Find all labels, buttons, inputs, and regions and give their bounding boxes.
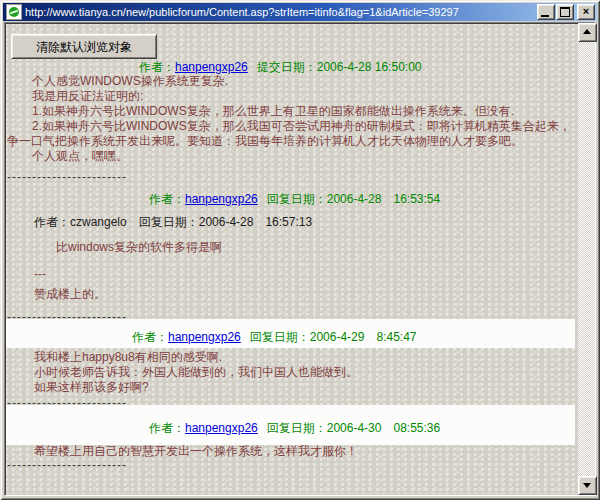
page-icon	[6, 4, 22, 20]
text-line: 1.如果神舟六号比WINDOWS复杂，那么世界上有卫星的国家都能做出操作系统来。…	[7, 104, 571, 119]
post-separator: ------------------------	[7, 396, 127, 410]
text-line: 争一口气把操作系统开发出来呢。要知道：我国每年培养的计算机人才比天体物理的人才要…	[7, 134, 571, 149]
text-line: 我和楼上happy8u8有相同的感受啊.	[34, 350, 358, 365]
post-separator: ------------------------	[7, 310, 127, 324]
window-controls: ×	[536, 4, 595, 20]
author-label: 作者：	[149, 192, 185, 206]
text-line: 2.如果神舟六号比WINDOWS复杂，那么我国可否尝试用神舟的研制模式：即将计算…	[7, 119, 571, 134]
text-line: 我是用反证法证明的:	[7, 89, 571, 104]
author-label: 作者：	[139, 60, 175, 74]
date-value: 2006-4-28 16:53:54	[327, 192, 440, 206]
date-value: 2006-4-30 08:55:36	[327, 421, 440, 435]
text-line: 希望楼上用自己的智慧开发出一个操作系统，这样我才服你！	[34, 444, 358, 459]
post1-body: 个人感觉WINDOWS操作系统更复杂.我是用反证法证明的:1.如果神舟六号比WI…	[7, 74, 571, 164]
post2-dashes: ---	[34, 267, 46, 282]
maximize-button[interactable]	[556, 4, 574, 20]
vertical-scrollbar[interactable]	[578, 23, 595, 495]
window-title-url: http://www.tianya.cn/new/publicforum/Con…	[25, 6, 536, 18]
date-value: 2006-4-29 8:45:47	[310, 330, 417, 344]
scroll-up-button[interactable]	[578, 23, 597, 42]
text-line: 小时候老师告诉我：外国人能做到的，我们中国人也能做到。	[34, 365, 358, 380]
author-link[interactable]: hanpengxp26	[175, 60, 248, 74]
author-label: 作者：	[132, 330, 168, 344]
browser-window: http://www.tianya.cn/new/publicforum/Con…	[0, 0, 600, 500]
post2-quote: 比windows复杂的软件多得是啊	[56, 240, 222, 255]
post4-author-line: 作者：hanpengxp26回复日期：2006-4-30 08:55:36	[149, 420, 440, 437]
forum-thread: 清除默认浏览对象 作者：hanpengxp26提交日期：2006-4-28 16…	[5, 23, 595, 495]
minimize-button[interactable]	[537, 4, 555, 20]
maximize-icon	[560, 7, 570, 17]
arrow-up-icon	[583, 29, 591, 34]
date-label: 回复日期：	[267, 421, 327, 435]
author-link[interactable]: hanpengxp26	[185, 192, 258, 206]
text-line: 如果这样那该多好啊?	[34, 380, 358, 395]
author-link[interactable]: hanpengxp26	[168, 330, 241, 344]
clear-default-browse-button[interactable]: 清除默认浏览对象	[11, 34, 157, 59]
author-label: 作者：	[149, 421, 185, 435]
close-icon: ×	[578, 4, 594, 18]
post4-body: 希望楼上用自己的智慧开发出一个操作系统，这样我才服你！	[34, 444, 358, 459]
post2-author-line: 作者：hanpengxp26回复日期：2006-4-28 16:53:54	[149, 191, 440, 208]
post3-author-line: 作者：hanpengxp26回复日期：2006-4-29 8:45:47	[132, 329, 417, 346]
arrow-down-icon	[583, 483, 591, 488]
page-content-area: 清除默认浏览对象 作者：hanpengxp26提交日期：2006-4-28 16…	[4, 22, 596, 496]
author-link[interactable]: hanpengxp26	[185, 421, 258, 435]
text-line: 个人感觉WINDOWS操作系统更复杂.	[7, 74, 571, 89]
scroll-down-button[interactable]	[578, 476, 597, 495]
date-label: 提交日期：	[257, 60, 317, 74]
date-value: 2006-4-28 16:50:00	[317, 60, 422, 74]
date-label: 回复日期：	[250, 330, 310, 344]
post3-body: 我和楼上happy8u8有相同的感受啊.小时候老师告诉我：外国人能做到的，我们中…	[34, 350, 358, 395]
post-separator: ------------------------	[7, 170, 127, 184]
quoted-author-line: 作者：czwangelo 回复日期：2006-4-28 16:57:13	[34, 214, 312, 231]
minimize-icon	[541, 15, 549, 17]
date-label: 回复日期：	[267, 192, 327, 206]
close-button[interactable]: ×	[577, 4, 595, 20]
text-line: 个人观点，嘿嘿。	[7, 149, 571, 164]
title-bar[interactable]: http://www.tianya.cn/new/publicforum/Con…	[3, 3, 597, 21]
post-separator: ------------------------	[7, 458, 127, 472]
post2-comment: 赞成楼上的。	[34, 287, 106, 302]
